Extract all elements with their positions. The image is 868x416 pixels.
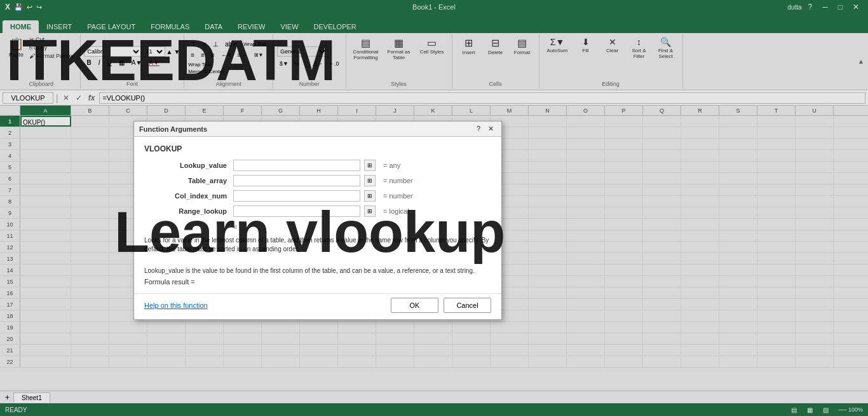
function-arguments-dialog: Function Arguments ? ✕ VLOOKUP Lookup_va… xyxy=(133,121,502,320)
col-index-result: = number xyxy=(383,192,413,200)
table-array-input-wrap: ⊞ = number xyxy=(233,175,413,186)
dialog-arg-description: Lookup_value is the value to be found in… xyxy=(144,267,491,275)
lookup-value-result: = any xyxy=(383,162,400,169)
equals-sign: = xyxy=(233,223,491,231)
table-array-range-btn[interactable]: ⊞ xyxy=(364,175,376,186)
col-index-range-btn[interactable]: ⊞ xyxy=(364,190,376,202)
lookup-value-input[interactable] xyxy=(233,160,360,171)
dialog-function-name: VLOOKUP xyxy=(144,144,491,153)
dialog-fields: Lookup_value ⊞ = any Table_array ⊞ = num… xyxy=(144,160,491,217)
dialog-overlay: Function Arguments ? ✕ VLOOKUP Lookup_va… xyxy=(0,0,868,416)
dialog-description: Looks for a value in the leftmost column… xyxy=(144,236,491,261)
table-array-result: = number xyxy=(383,177,413,184)
dialog-close-btn[interactable]: ✕ xyxy=(485,125,496,133)
lookup-value-range-btn[interactable]: ⊞ xyxy=(364,160,376,171)
field-row-table-array: Table_array ⊞ = number xyxy=(144,175,491,186)
range-lookup-label: Range_lookup xyxy=(144,207,233,215)
col-index-input[interactable] xyxy=(233,190,360,202)
dialog-formula-result: Formula result = xyxy=(144,278,491,286)
range-lookup-input-wrap: ⊞ = logical xyxy=(233,205,409,217)
field-row-lookup-value: Lookup_value ⊞ = any xyxy=(144,160,491,171)
dialog-titlebar: Function Arguments ? ✕ xyxy=(134,121,501,137)
table-array-input[interactable] xyxy=(233,175,360,186)
lookup-value-input-wrap: ⊞ = any xyxy=(233,160,400,171)
range-lookup-range-btn[interactable]: ⊞ xyxy=(364,205,376,217)
col-index-label: Col_index_num xyxy=(144,192,233,200)
field-row-range-lookup: Range_lookup ⊞ = logical xyxy=(144,205,491,217)
dialog-controls: ? ✕ xyxy=(474,125,496,133)
dialog-cancel-button[interactable]: Cancel xyxy=(444,298,491,313)
dialog-ok-button[interactable]: OK xyxy=(391,298,438,313)
dialog-footer: Help on this function OK Cancel xyxy=(134,293,501,319)
dialog-title: Function Arguments xyxy=(139,125,207,133)
lookup-value-label: Lookup_value xyxy=(144,162,233,169)
range-lookup-result: = logical xyxy=(383,207,409,215)
dialog-buttons: OK Cancel xyxy=(391,298,491,313)
dialog-body: VLOOKUP Lookup_value ⊞ = any Table_array… xyxy=(134,137,501,293)
range-lookup-input[interactable] xyxy=(233,205,360,217)
table-array-label: Table_array xyxy=(144,177,233,184)
help-link[interactable]: Help on this function xyxy=(144,302,208,309)
col-index-input-wrap: ⊞ = number xyxy=(233,190,413,202)
field-row-col-index: Col_index_num ⊞ = number xyxy=(144,190,491,202)
dialog-help-btn[interactable]: ? xyxy=(474,125,483,133)
